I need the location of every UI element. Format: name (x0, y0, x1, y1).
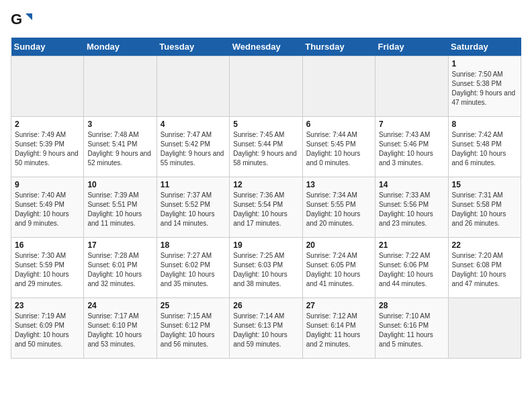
day-info: Sunrise: 7:50 AM Sunset: 5:38 PM Dayligh… (452, 70, 517, 107)
day-info: Sunrise: 7:22 AM Sunset: 6:06 PM Dayligh… (379, 251, 444, 289)
day-info: Sunrise: 7:30 AM Sunset: 5:59 PM Dayligh… (15, 251, 80, 289)
calendar-week-row: 16Sunrise: 7:30 AM Sunset: 5:59 PM Dayli… (11, 238, 521, 298)
calendar-header-row: SundayMondayTuesdayWednesdayThursdayFrid… (11, 38, 521, 56)
header-tuesday: Tuesday (157, 38, 229, 56)
calendar-cell: 6Sunrise: 7:44 AM Sunset: 5:45 PM Daylig… (302, 117, 375, 177)
calendar-week-row: 2Sunrise: 7:49 AM Sunset: 5:39 PM Daylig… (11, 117, 521, 177)
day-number: 14 (379, 180, 444, 189)
day-info: Sunrise: 7:27 AM Sunset: 6:02 PM Dayligh… (161, 251, 226, 289)
day-number: 18 (161, 240, 226, 250)
calendar-cell: 25Sunrise: 7:15 AM Sunset: 6:12 PM Dayli… (157, 298, 229, 359)
day-number: 23 (15, 301, 80, 310)
day-number: 15 (452, 180, 517, 189)
day-info: Sunrise: 7:17 AM Sunset: 6:10 PM Dayligh… (87, 312, 152, 349)
day-info: Sunrise: 7:47 AM Sunset: 5:42 PM Dayligh… (161, 130, 226, 168)
day-info: Sunrise: 7:24 AM Sunset: 6:05 PM Dayligh… (306, 251, 371, 289)
header-wednesday: Wednesday (230, 38, 302, 56)
day-number: 11 (161, 180, 226, 189)
day-number: 7 (379, 120, 444, 129)
day-number: 6 (306, 120, 371, 129)
calendar-cell: 24Sunrise: 7:17 AM Sunset: 6:10 PM Dayli… (84, 298, 157, 359)
day-number: 19 (233, 240, 298, 250)
header-saturday: Saturday (448, 38, 521, 56)
day-info: Sunrise: 7:34 AM Sunset: 5:55 PM Dayligh… (306, 191, 371, 228)
day-number: 21 (379, 240, 444, 250)
calendar-cell: 26Sunrise: 7:14 AM Sunset: 6:13 PM Dayli… (230, 298, 302, 359)
header-sunday: Sunday (11, 38, 84, 56)
day-info: Sunrise: 7:39 AM Sunset: 5:51 PM Dayligh… (87, 191, 152, 228)
day-info: Sunrise: 7:10 AM Sunset: 6:16 PM Dayligh… (379, 312, 444, 349)
calendar-cell: 1Sunrise: 7:50 AM Sunset: 5:38 PM Daylig… (448, 56, 521, 117)
calendar-cell: 20Sunrise: 7:24 AM Sunset: 6:05 PM Dayli… (302, 238, 375, 298)
logo: G (11, 11, 34, 30)
day-number: 3 (87, 120, 152, 129)
calendar-cell: 13Sunrise: 7:34 AM Sunset: 5:55 PM Dayli… (302, 177, 375, 238)
day-info: Sunrise: 7:49 AM Sunset: 5:39 PM Dayligh… (15, 130, 80, 168)
day-info: Sunrise: 7:36 AM Sunset: 5:54 PM Dayligh… (233, 191, 298, 228)
day-info: Sunrise: 7:20 AM Sunset: 6:08 PM Dayligh… (452, 251, 517, 289)
day-number: 24 (87, 301, 152, 310)
calendar-cell (230, 56, 302, 117)
calendar-cell: 5Sunrise: 7:45 AM Sunset: 5:44 PM Daylig… (230, 117, 302, 177)
calendar-cell: 3Sunrise: 7:48 AM Sunset: 5:41 PM Daylig… (84, 117, 157, 177)
day-info: Sunrise: 7:48 AM Sunset: 5:41 PM Dayligh… (87, 130, 152, 168)
day-info: Sunrise: 7:25 AM Sunset: 6:03 PM Dayligh… (233, 251, 298, 289)
header-thursday: Thursday (302, 38, 375, 56)
day-number: 5 (233, 120, 298, 129)
calendar-cell (302, 56, 375, 117)
calendar-table: SundayMondayTuesdayWednesdayThursdayFrid… (11, 38, 521, 359)
calendar-cell (11, 56, 84, 117)
calendar-week-row: 23Sunrise: 7:19 AM Sunset: 6:09 PM Dayli… (11, 298, 521, 359)
day-number: 17 (87, 240, 152, 250)
logo-icon: G (11, 11, 32, 32)
calendar-week-row: 1Sunrise: 7:50 AM Sunset: 5:38 PM Daylig… (11, 56, 521, 117)
calendar-cell: 4Sunrise: 7:47 AM Sunset: 5:42 PM Daylig… (157, 117, 229, 177)
day-info: Sunrise: 7:44 AM Sunset: 5:45 PM Dayligh… (306, 130, 371, 168)
calendar-week-row: 9Sunrise: 7:40 AM Sunset: 5:49 PM Daylig… (11, 177, 521, 238)
header-monday: Monday (84, 38, 157, 56)
calendar-cell: 28Sunrise: 7:10 AM Sunset: 6:16 PM Dayli… (375, 298, 448, 359)
calendar-cell: 21Sunrise: 7:22 AM Sunset: 6:06 PM Dayli… (375, 238, 448, 298)
calendar-cell: 11Sunrise: 7:37 AM Sunset: 5:52 PM Dayli… (157, 177, 229, 238)
day-number: 1 (452, 59, 517, 68)
day-info: Sunrise: 7:43 AM Sunset: 5:46 PM Dayligh… (379, 130, 444, 168)
day-number: 12 (233, 180, 298, 189)
svg-marker-1 (26, 13, 32, 20)
calendar-cell: 17Sunrise: 7:28 AM Sunset: 6:01 PM Dayli… (84, 238, 157, 298)
calendar-cell: 16Sunrise: 7:30 AM Sunset: 5:59 PM Dayli… (11, 238, 84, 298)
calendar-cell: 12Sunrise: 7:36 AM Sunset: 5:54 PM Dayli… (230, 177, 302, 238)
day-info: Sunrise: 7:31 AM Sunset: 5:58 PM Dayligh… (452, 191, 517, 228)
calendar-cell (157, 56, 229, 117)
header-friday: Friday (375, 38, 448, 56)
day-number: 8 (452, 120, 517, 129)
calendar-cell: 18Sunrise: 7:27 AM Sunset: 6:02 PM Dayli… (157, 238, 229, 298)
calendar-cell (375, 56, 448, 117)
calendar-cell: 23Sunrise: 7:19 AM Sunset: 6:09 PM Dayli… (11, 298, 84, 359)
calendar-cell (448, 298, 521, 359)
day-number: 13 (306, 180, 371, 189)
day-info: Sunrise: 7:19 AM Sunset: 6:09 PM Dayligh… (15, 312, 80, 349)
calendar-cell: 14Sunrise: 7:33 AM Sunset: 5:56 PM Dayli… (375, 177, 448, 238)
day-number: 27 (306, 301, 371, 310)
calendar-cell: 8Sunrise: 7:42 AM Sunset: 5:48 PM Daylig… (448, 117, 521, 177)
calendar-cell: 7Sunrise: 7:43 AM Sunset: 5:46 PM Daylig… (375, 117, 448, 177)
day-info: Sunrise: 7:33 AM Sunset: 5:56 PM Dayligh… (379, 191, 444, 228)
day-number: 4 (161, 120, 226, 129)
calendar-cell: 15Sunrise: 7:31 AM Sunset: 5:58 PM Dayli… (448, 177, 521, 238)
calendar-cell: 9Sunrise: 7:40 AM Sunset: 5:49 PM Daylig… (11, 177, 84, 238)
day-number: 2 (15, 120, 80, 129)
day-info: Sunrise: 7:15 AM Sunset: 6:12 PM Dayligh… (161, 312, 226, 349)
day-number: 20 (306, 240, 371, 250)
svg-text:G: G (11, 11, 22, 28)
day-number: 22 (452, 240, 517, 250)
day-number: 26 (233, 301, 298, 310)
day-info: Sunrise: 7:14 AM Sunset: 6:13 PM Dayligh… (233, 312, 298, 349)
day-info: Sunrise: 7:40 AM Sunset: 5:49 PM Dayligh… (15, 191, 80, 228)
day-info: Sunrise: 7:37 AM Sunset: 5:52 PM Dayligh… (161, 191, 226, 228)
calendar-cell (84, 56, 157, 117)
calendar-cell: 10Sunrise: 7:39 AM Sunset: 5:51 PM Dayli… (84, 177, 157, 238)
day-number: 10 (87, 180, 152, 189)
calendar-cell: 2Sunrise: 7:49 AM Sunset: 5:39 PM Daylig… (11, 117, 84, 177)
day-number: 9 (15, 180, 80, 189)
day-info: Sunrise: 7:45 AM Sunset: 5:44 PM Dayligh… (233, 130, 298, 168)
